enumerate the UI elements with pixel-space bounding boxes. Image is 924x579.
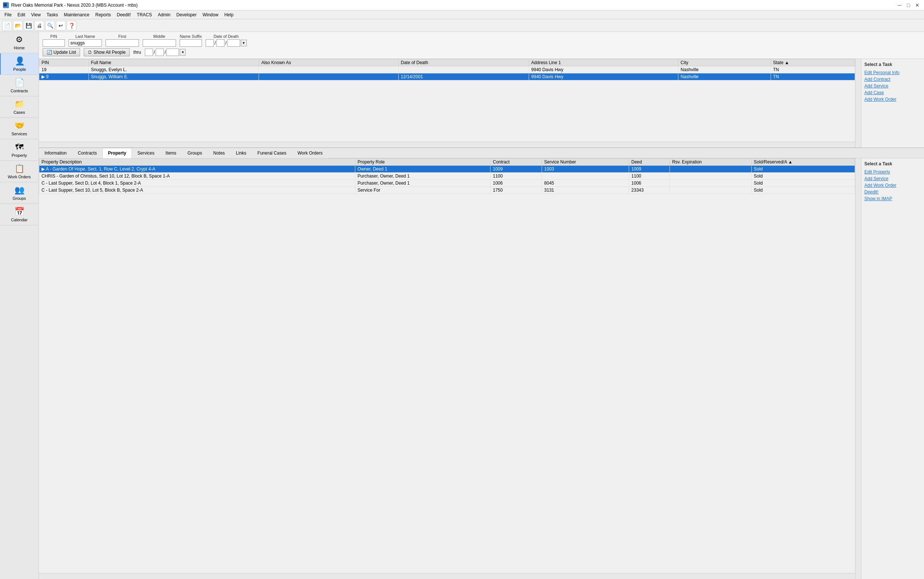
task-prop-showimap[interactable]: Show in IMAP [864,196,921,201]
sidebar-item-contracts[interactable]: 📄 Contracts [0,75,39,96]
menu-item-edit[interactable]: Edit [15,11,28,18]
task-add-service[interactable]: Add Service [864,83,921,88]
prop-col-role[interactable]: Property Role [355,159,491,166]
sidebar-item-workorders[interactable]: 📋 Work Orders [0,161,39,182]
menu-item-tasks[interactable]: Tasks [44,11,61,18]
menu-item-maintenance[interactable]: Maintenance [61,11,93,18]
tab-notes[interactable]: Notes [207,148,230,158]
property-vscrollbar[interactable] [855,158,861,579]
col-pin[interactable]: PIN [39,59,89,66]
namesuffix-input[interactable] [180,39,202,47]
dod-month-input[interactable] [206,39,214,47]
tab-funeralcases[interactable]: Funeral Cases [252,148,292,158]
tab-items[interactable]: Items [160,148,182,158]
table-row[interactable]: 19 Snuggs, Evelyn L. 9940 Davis Hwy Nash… [39,66,855,74]
thru-spin-button[interactable]: ▼ [180,49,186,56]
col-state[interactable]: State ▲ [771,59,855,66]
menu-item-help[interactable]: Help [221,11,237,18]
prop-col-sold[interactable]: Sold/Reserved/A ▲ [751,159,855,166]
col-dateofdeath[interactable]: Date of Death [398,59,529,66]
sidebar-label-cases: Cases [13,110,25,114]
prop-col-deed[interactable]: Deed [629,159,670,166]
task-prop-deedit[interactable]: Deedit! [864,190,921,195]
prop-cell-desc: C - Last Supper, Sect D, Lot 4, Block 1,… [39,180,355,187]
print-button[interactable]: 🖨 [34,21,44,30]
list-item[interactable]: C - Last Supper, Sect 10, Lot 5, Block B… [39,187,855,194]
task-add-case[interactable]: Add Case [864,90,921,95]
tab-groups[interactable]: Groups [182,148,207,158]
tab-workorders[interactable]: Work Orders [292,148,328,158]
menu-item-window[interactable]: Window [200,11,222,18]
list-item[interactable]: ▶ A - Garden Of Hope, Sect. 1, Row C, Le… [39,166,855,173]
show-all-button[interactable]: 🗋 Show All People [84,48,130,56]
tab-contracts[interactable]: Contracts [72,148,102,158]
prop-col-contract[interactable]: Contract [491,159,542,166]
tab-property[interactable]: Property [102,148,132,158]
task-prop-addservice[interactable]: Add Service [864,176,921,181]
tab-services[interactable]: Services [132,148,160,158]
prop-cell-desc: CHRIS - Garden of Christus, Sect 10, Lot… [39,173,355,180]
people-vscrollbar[interactable] [855,59,861,147]
prop-col-desc[interactable]: Property Description [39,159,355,166]
prop-cell-desc: ▶ A - Garden Of Hope, Sect. 1, Row C, Le… [39,166,355,173]
save-button[interactable]: 💾 [24,21,33,30]
pin-input[interactable] [42,39,65,47]
sidebar-item-groups[interactable]: 👥 Groups [0,182,39,204]
people-table-wrapper[interactable]: PIN Full Name Also Known As Date of Deat… [39,59,855,142]
task-add-workorder[interactable]: Add Work Order [864,97,921,102]
task-prop-edit[interactable]: Edit Property [864,169,921,175]
tab-links[interactable]: Links [230,148,252,158]
update-list-button[interactable]: 🔄 Update List [42,48,80,56]
people-task-panel: Select a Task Edit Personal Info Add Con… [861,59,924,147]
menu-item-view[interactable]: View [28,11,44,18]
property-table-wrapper[interactable]: Property Description Property Role Contr… [39,158,855,573]
thru-day-input[interactable] [156,49,164,56]
col-address[interactable]: Address Line 1 [529,59,678,66]
close-button[interactable]: ✕ [914,2,921,9]
restore-button[interactable]: □ [905,2,912,9]
property-hscrollbar[interactable] [39,573,855,579]
sidebar-item-people[interactable]: 👤 People [0,53,39,75]
task-prop-addworkorder[interactable]: Add Work Order [864,183,921,188]
sidebar-item-services[interactable]: 🤝 Services [0,118,39,139]
dod-day-input[interactable] [216,39,225,47]
list-item[interactable]: CHRIS - Garden of Christus, Sect 10, Lot… [39,173,855,180]
col-fullname[interactable]: Full Name [88,59,259,66]
help-button[interactable]: ❓ [67,21,76,30]
task-add-contract[interactable]: Add Contract [864,77,921,82]
menu-item-admin[interactable]: Admin [155,11,173,18]
search-fields: PIN Last Name First Middle Name Suffix [42,34,920,47]
sidebar-item-home[interactable]: ⚙ Home [0,32,39,53]
minimize-button[interactable]: ─ [896,2,903,9]
menu-item-reports[interactable]: Reports [92,11,114,18]
people-hscrollbar[interactable] [39,142,855,147]
sidebar-item-calendar[interactable]: 📅 Calendar [0,204,39,226]
thru-year-input[interactable] [167,49,179,56]
middle-input[interactable] [143,39,176,47]
task-edit-personal[interactable]: Edit Personal Info [864,70,921,75]
open-button[interactable]: 📂 [13,21,23,30]
lastname-input[interactable] [69,39,102,47]
thru-month-input[interactable] [145,49,153,56]
sidebar-item-cases[interactable]: 📁 Cases [0,96,39,118]
dod-spin-button[interactable]: ▼ [241,40,247,46]
prop-col-service[interactable]: Service Number [542,159,629,166]
new-button[interactable]: 📄 [2,21,12,30]
col-alsoknownas[interactable]: Also Known As [259,59,398,66]
col-city[interactable]: City [678,59,771,66]
menu-item-deedit![interactable]: Deedit! [114,11,134,18]
search-button[interactable]: 🔍 [45,21,55,30]
back-button[interactable]: ↩ [56,21,65,30]
table-row[interactable]: ▶ 9 Snuggs, William E. 12/14/2001 9940 D… [39,74,855,80]
sidebar-item-property[interactable]: 🗺 Property [0,139,39,161]
menu-item-tracs[interactable]: TRACS [134,11,155,18]
tab-information[interactable]: Information [39,148,72,158]
list-item[interactable]: C - Last Supper, Sect D, Lot 4, Block 1,… [39,180,855,187]
cell-alsoknownas [259,74,398,80]
dod-year-input[interactable] [227,39,240,47]
title-bar-controls[interactable]: ─ □ ✕ [896,2,921,9]
menu-item-developer[interactable]: Developer [173,11,200,18]
menu-item-file[interactable]: File [2,11,15,18]
first-input[interactable] [106,39,139,47]
prop-col-rsv[interactable]: Rsv. Expiration [670,159,751,166]
